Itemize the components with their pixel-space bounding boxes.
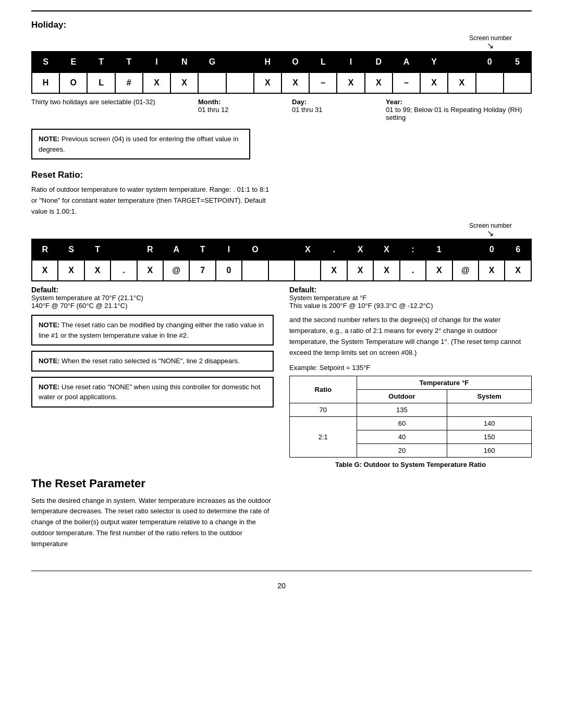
cell-7: 7 — [189, 260, 215, 281]
reset-ratio-screen-number-label: Screen number — [469, 222, 512, 229]
reset-ratio-notes-col: NOTE: The reset ratio can be modified by… — [31, 315, 274, 413]
temp-table-outdoor-header: Outdoor — [357, 389, 447, 403]
reset-ratio-notes-row: NOTE: The reset ratio can be modified by… — [31, 315, 532, 468]
cell-sp11 — [268, 260, 295, 281]
bottom-divider — [31, 571, 532, 571]
cell-O1: O — [242, 239, 268, 260]
cell-at2: @ — [452, 260, 479, 281]
holiday-screen-row1: S E T T I N G H O L I D A Y 0 5 — [32, 52, 531, 72]
cell-sp12 — [295, 260, 321, 281]
cell-dot3: . — [400, 260, 426, 281]
cell-X19: X — [426, 260, 452, 281]
holiday-annotations: Thirty two holidays are selectable (01-3… — [31, 98, 532, 121]
cell-6: 6 — [505, 239, 531, 260]
cell-sp9 — [452, 239, 479, 260]
cell-R2: R — [137, 239, 163, 260]
cell-T4: T — [189, 239, 215, 260]
cell-X12: X — [32, 260, 58, 281]
cell-X20: X — [479, 260, 505, 281]
cell-X15: X — [137, 260, 163, 281]
holiday-annotation-day: Day: 01 thru 31 — [292, 98, 365, 121]
reset-ratio-section: Reset Ratio: Ratio of outdoor temperatur… — [31, 170, 532, 468]
cell-colon: : — [400, 239, 426, 260]
temperature-table: Ratio Temperature °F Outdoor System 7013… — [289, 376, 532, 458]
holiday-screen-row2: H O L # X X X X – X X – X X — [32, 72, 531, 93]
cell-X1: X — [143, 72, 170, 93]
cell-R1: R — [32, 239, 58, 260]
cell-T2: T — [115, 52, 143, 72]
cell-E: E — [59, 52, 87, 72]
reset-ratio-screen-arrow: ↘ — [487, 229, 494, 238]
cell-5: 5 — [504, 52, 531, 72]
page-number: 20 — [31, 582, 532, 590]
cell-X4: X — [282, 72, 309, 93]
cell-X14: X — [84, 260, 111, 281]
cell-L1: L — [309, 52, 337, 72]
cell-H: H — [254, 52, 282, 72]
system-temp-cell: 160 — [447, 443, 532, 457]
cell-sp3 — [198, 72, 226, 93]
cell-A1: A — [163, 239, 189, 260]
holiday-annotation-month: Month: 01 thru 12 — [198, 98, 271, 121]
reset-ratio-right-col: and the second number refers to the degr… — [289, 315, 532, 468]
cell-X9: X — [295, 239, 321, 260]
cell-D: D — [365, 52, 393, 72]
cell-I: I — [143, 52, 170, 72]
reset-parameter-content: Sets the desired change in system. Water… — [31, 496, 532, 555]
system-temp-cell: 135 — [357, 403, 447, 416]
temp-table-temp-header: Temperature °F — [357, 376, 531, 389]
system-temp-cell: 150 — [447, 430, 532, 443]
outdoor-temp-cell: 20 — [357, 443, 447, 457]
reset-parameter-title: The Reset Parameter — [31, 477, 532, 490]
reset-ratio-note3: NOTE: Use reset ratio "NONE" when using … — [31, 377, 274, 408]
cell-T1: T — [87, 52, 115, 72]
temp-table-row: 70135 — [290, 403, 532, 416]
cell-0: 0 — [476, 52, 504, 72]
cell-X3: X — [254, 72, 282, 93]
reset-ratio-screen-row2: X X X . X @ 7 0 X X X . X @ X X — [32, 260, 531, 281]
cell-sp6 — [504, 72, 531, 93]
cell-X11: X — [373, 239, 399, 260]
cell-L2: L — [87, 72, 115, 93]
reset-ratio-screen-table: R S T R A T I O X . X X : 1 0 6 — [31, 239, 532, 281]
cell-X16: X — [321, 260, 347, 281]
holiday-annotation-holidays: Thirty two holidays are selectable (01-3… — [31, 98, 177, 121]
cell-sp10 — [242, 260, 268, 281]
reset-parameter-text: Sets the desired change in system. Water… — [31, 496, 274, 550]
cell-sp5 — [476, 72, 504, 93]
holiday-screen-table: S E T T I N G H O L I D A Y 0 5 H — [31, 51, 532, 94]
cell-X7: X — [420, 72, 448, 93]
cell-sp8 — [268, 239, 295, 260]
cell-X13: X — [58, 260, 84, 281]
ratio-cell: 2:1 — [290, 416, 357, 457]
cell-N: N — [170, 52, 198, 72]
reset-ratio-default-right: Default: System temperature at °F This v… — [289, 286, 532, 310]
holiday-screen-arrow: ↘ — [487, 42, 494, 50]
reset-parameter-description: Sets the desired change in system. Water… — [31, 496, 274, 555]
holiday-title: Holiday: — [31, 20, 532, 30]
cell-X18: X — [373, 260, 399, 281]
cell-X10: X — [347, 239, 373, 260]
reset-ratio-description: Ratio of outdoor temperature to water sy… — [31, 184, 271, 217]
outdoor-temp-cell: 60 — [357, 416, 447, 430]
cell-dash1: – — [309, 72, 337, 93]
cell-dash2: – — [393, 72, 420, 93]
temp-table-ratio-header: Ratio — [290, 376, 357, 403]
reset-ratio-title: Reset Ratio: — [31, 170, 532, 180]
cell-X8: X — [448, 72, 475, 93]
temp-table-caption: Table G: Outdoor to System Temperature R… — [289, 461, 532, 468]
cell-1: 1 — [426, 239, 452, 260]
holiday-screen-display: S E T T I N G H O L I D A Y 0 5 H — [31, 51, 532, 94]
screen-number-annotation: Screen number ↘ — [31, 34, 532, 50]
reset-parameter-section: The Reset Parameter Sets the desired cha… — [31, 477, 532, 555]
cell-dot1: . — [321, 239, 347, 260]
cell-X5: X — [337, 72, 364, 93]
reset-ratio-note2: NOTE: When the reset ratio selected is "… — [31, 351, 274, 372]
holiday-note: NOTE: Previous screen (04) is used for e… — [31, 129, 250, 159]
holiday-screen-number-label: Screen number — [469, 34, 512, 42]
cell-X6: X — [365, 72, 393, 93]
cell-X2: X — [170, 72, 198, 93]
cell-G: G — [198, 52, 226, 72]
reset-ratio-screen-display: R S T R A T I O X . X X : 1 0 6 — [31, 239, 532, 281]
cell-sp1 — [226, 52, 254, 72]
